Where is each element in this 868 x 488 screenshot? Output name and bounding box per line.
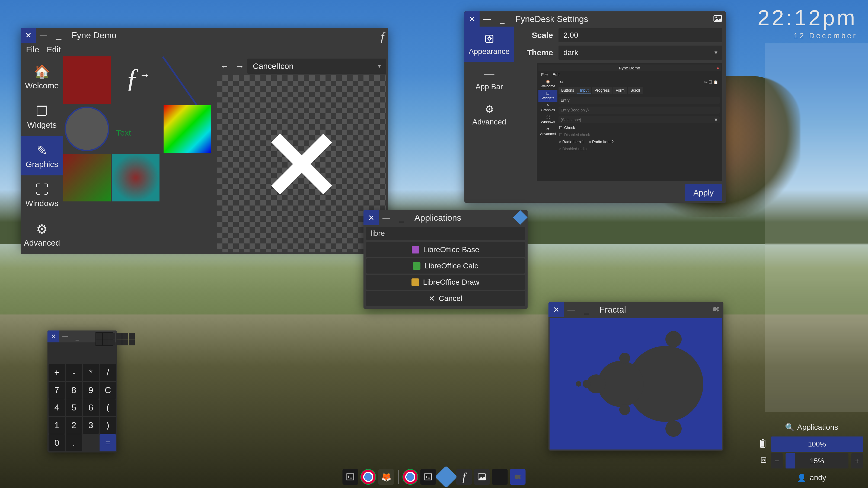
close-button[interactable]: ✕ [48,330,59,343]
gear-icon: ⚙ [546,127,550,131]
calc-key-*[interactable]: * [83,364,99,381]
calculator-keypad: +-*/789C456(123)0.= [48,363,117,453]
radio-icon: ○ [559,140,561,144]
task-fyne-demo[interactable]: f [456,469,472,485]
calc-key-([interactable]: ( [99,399,116,416]
sidebar-item-windows[interactable]: ⛶ Windows [21,175,63,215]
minimize-button[interactable]: _ [394,210,409,225]
radial-gradient [112,154,159,201]
app-item-libreoffice-calc[interactable]: LibreOffice Calc [366,258,525,273]
calc-key-8[interactable]: 8 [66,382,82,399]
cancel-button[interactable]: ✕ Cancel [366,291,525,306]
calc-key-2[interactable]: 2 [66,417,82,434]
calc-key-+[interactable]: + [49,364,65,381]
calc-key-7[interactable]: 7 [49,382,65,399]
close-button[interactable]: ✕ [549,302,564,317]
sidebar-item-welcome[interactable]: 🏠 Welcome [21,58,63,97]
calc-key-6[interactable]: 6 [83,399,99,416]
app-search-input[interactable]: libre [366,227,525,240]
task-fractal[interactable] [510,469,526,485]
task-chromium-running[interactable] [403,469,418,485]
task-settings[interactable] [474,469,490,485]
calc-key-/[interactable]: / [99,364,116,381]
calc-key-4[interactable]: 4 [49,399,65,416]
sidebar-item-graphics[interactable]: ✎ Graphics [21,136,63,175]
apply-button[interactable]: Apply [685,184,722,201]
rainbow-gradient [163,105,211,153]
clock-date: 12 December [757,31,857,40]
svg-rect-8 [762,439,764,440]
copy-icon: ❐ [36,104,48,119]
applications-search[interactable]: 🔍 Applications [760,423,863,432]
fullscreen-icon: ⛶ [546,115,550,119]
calc-key-=[interactable]: = [99,434,116,451]
task-chromium[interactable] [361,469,376,485]
home-icon: 🏠 [546,79,550,84]
theme-select[interactable]: dark ▾ [558,45,722,60]
svg-rect-9 [761,441,764,447]
brightness-up-button[interactable]: + [851,453,863,468]
calc-key-)[interactable]: ) [99,417,116,434]
fractal-canvas[interactable] [550,318,722,450]
window-title: FyneDesk Settings [510,14,588,24]
calc-key-1[interactable]: 1 [49,417,65,434]
fyne-logo-icon [513,210,528,225]
sidebar-item-appbar[interactable]: — App Bar [464,62,514,97]
maximize-button[interactable]: — [479,11,495,27]
calc-key-9[interactable]: 9 [83,382,99,399]
minimize-button[interactable]: _ [495,11,510,27]
svg-point-1 [716,17,717,18]
scale-label: Scale [518,31,553,40]
brightness-down-button[interactable]: − [771,453,783,468]
radio-icon: ○ [589,140,591,144]
username[interactable]: andy [810,474,826,482]
close-button[interactable]: ✕ [464,11,479,27]
maximize-button[interactable]: — [379,210,394,225]
sidebar-item-widgets[interactable]: ❐ Widgets [21,97,63,136]
icon-select[interactable]: CancelIcon ▾ [247,59,386,74]
sidebar-item-appearance[interactable]: Appearance [464,27,514,62]
scale-input[interactable]: 2.00 [558,28,722,42]
sidebar-item-advanced[interactable]: ⚙ Advanced [464,97,514,132]
maximize-button[interactable]: — [36,28,51,43]
minimize-button[interactable]: _ [51,28,66,43]
close-button[interactable]: ✕ [364,210,379,225]
desktop-right-panel [765,43,868,412]
checkbox-icon: ☐ [559,126,563,130]
system-tray: 🔍 Applications 100% − 15% + 👤 andy [760,420,863,485]
svg-point-4 [713,307,717,311]
menu-file[interactable]: File [26,45,39,54]
maximize-button[interactable]: — [564,302,579,317]
task-fyne[interactable] [435,466,457,488]
task-terminal[interactable] [343,469,358,485]
icon-preview [217,75,386,252]
app-item-libreoffice-base[interactable]: LibreOffice Base [366,242,525,257]
libreoffice-calc-icon [413,262,421,270]
svg-point-3 [488,37,491,40]
next-icon-button[interactable]: → [232,59,247,74]
titlebar[interactable]: ✕ — _ Fyne Demo f [21,28,388,43]
calc-key-.[interactable]: . [66,434,82,451]
sidebar-item-advanced[interactable]: ⚙ Advanced [21,215,63,254]
preview-tabs: Buttons Input Progress Form Scroll [558,87,720,94]
app-item-libreoffice-draw[interactable]: LibreOffice Draw [366,274,525,290]
prev-icon-button[interactable]: ← [217,59,232,74]
minimize-button[interactable]: _ [579,302,594,317]
calc-key--[interactable]: - [66,364,82,381]
brightness-slider[interactable]: 15% [785,453,848,468]
task-gimp[interactable]: 🦊 [378,469,394,485]
chevron-down-icon: ▾ [378,63,381,70]
calc-key-5[interactable]: 5 [66,399,82,416]
task-terminal-running[interactable] [421,469,436,485]
minimize-button[interactable]: _ [71,330,83,343]
close-button[interactable]: ✕ [21,28,36,43]
minus-icon: — [483,68,496,80]
calc-key-0[interactable]: 0 [49,434,65,451]
maximize-button[interactable]: — [59,330,71,343]
calc-key-C[interactable]: C [99,382,116,399]
calc-key-3[interactable]: 3 [83,417,99,434]
task-calculator[interactable] [492,469,508,485]
menu-edit[interactable]: Edit [46,45,61,54]
svg-point-17 [519,477,521,479]
window-calculator: ✕ — _ +-*/789C456(123)0.= [48,330,117,453]
